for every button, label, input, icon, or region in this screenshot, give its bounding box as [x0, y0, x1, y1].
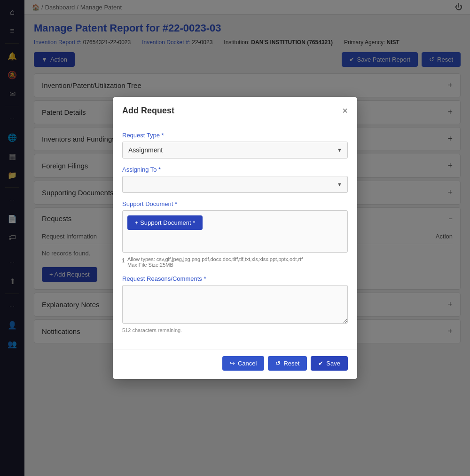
support-doc-button[interactable]: + Support Document * — [127, 215, 203, 230]
modal-save-button[interactable]: ✔ Save — [311, 356, 348, 371]
request-type-group: Request Type * Assignment License Waiver… — [122, 132, 348, 159]
assigning-to-label: Assigning To * — [122, 166, 348, 173]
char-count: 512 characters remaining. — [122, 327, 348, 333]
modal-reset-icon: ↺ — [275, 360, 281, 367]
request-type-select-wrapper: Assignment License Waiver Other — [122, 142, 348, 159]
assigning-to-select[interactable] — [122, 176, 348, 193]
request-type-select[interactable]: Assignment License Waiver Other — [122, 142, 348, 159]
support-doc-area: + Support Document * — [122, 210, 348, 253]
modal-overlay[interactable]: Add Request × Request Type * Assignment … — [0, 0, 470, 476]
support-doc-group: Support Document * + Support Document * … — [122, 200, 348, 268]
modal-footer: ↪ Cancel ↺ Reset ✔ Save — [113, 349, 357, 379]
add-request-modal: Add Request × Request Type * Assignment … — [113, 97, 357, 379]
modal-header: Add Request × — [113, 97, 357, 123]
request-type-label: Request Type * — [122, 132, 348, 139]
assigning-to-select-wrapper — [122, 176, 348, 193]
reasons-textarea[interactable] — [122, 285, 348, 324]
file-types-text: Allow types: csv,gif,jpeg,jpg,png,pdf,do… — [127, 256, 303, 262]
modal-cancel-button[interactable]: ↪ Cancel — [222, 356, 264, 371]
modal-save-check-icon: ✔ — [318, 360, 323, 367]
assigning-to-group: Assigning To * — [122, 166, 348, 193]
support-doc-label: Support Document * — [122, 200, 348, 207]
reasons-group: Request Reasons/Comments * 512 character… — [122, 275, 348, 333]
file-size-text: Max File Size:25MB — [127, 262, 303, 268]
modal-reset-button[interactable]: ↺ Reset — [268, 356, 307, 371]
file-info: ℹ Allow types: csv,gif,jpeg,jpg,png,pdf,… — [122, 256, 348, 268]
modal-close-button[interactable]: × — [342, 105, 348, 116]
modal-title: Add Request — [122, 106, 174, 116]
info-icon: ℹ — [122, 257, 125, 264]
reasons-label: Request Reasons/Comments * — [122, 275, 348, 282]
modal-body: Request Type * Assignment License Waiver… — [113, 123, 357, 349]
cancel-icon: ↪ — [230, 360, 235, 367]
